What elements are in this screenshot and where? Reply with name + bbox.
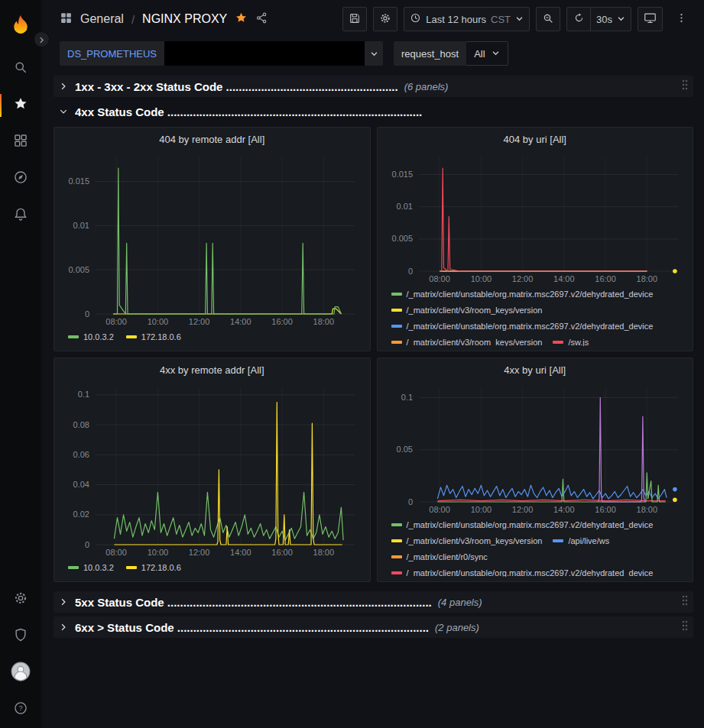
timeseries-chart-4xx-by-remote-addr[interactable]: 00.020.040.060.080.108:0010:0012:0014:00… [60,380,364,558]
sidebar-item-dashboards[interactable] [0,124,41,160]
main-area: General / NGINX PROXY [41,0,704,728]
legend-item[interactable]: /_matrix/client/v3/room_keys/version [391,335,543,346]
svg-text:18:00: 18:00 [313,548,335,557]
row-4xx-status-code[interactable]: 4xx Status Code ........................… [54,101,693,122]
panels-grid: 404 by remote addr [All] 00.0050.010.015… [54,127,693,582]
cycle-view-mode-button[interactable] [637,7,663,31]
legend-item[interactable]: /_matrix/client/unstable/org.matrix.msc2… [391,286,654,302]
refresh-button[interactable] [566,7,591,31]
save-dashboard-button[interactable] [342,7,367,31]
timeseries-chart-404-by-remote-addr[interactable]: 00.0050.010.01508:0010:0012:0014:0016:00… [60,149,364,328]
apps-grid-icon [60,11,73,28]
legend-item[interactable]: 172.18.0.6 [126,560,181,575]
svg-text:16:00: 16:00 [595,274,616,283]
sidebar: ? [0,0,41,728]
legend-label: 172.18.0.6 [141,332,181,341]
legend-item[interactable]: 10.0.3.2 [68,329,114,345]
legend-swatch [391,523,402,526]
sidebar-item-profile[interactable] [0,655,41,691]
timeseries-chart-404-by-uri[interactable]: 00.0050.010.01508:0010:0012:0014:0016:00… [384,149,687,285]
chevron-down-icon[interactable] [365,41,383,66]
legend-item[interactable]: /_matrix/client/v3/room_keys/version [391,303,543,318]
legend-label: /_matrix/client/v3/room_keys/version [407,306,543,315]
legend-item[interactable]: /sw.js [553,335,589,346]
sidebar-item-alerting[interactable] [0,197,41,234]
svg-text:14:00: 14:00 [553,505,575,514]
legend-item[interactable]: 10.0.3.2 [68,560,114,575]
svg-text:18:00: 18:00 [636,274,657,283]
request-host-variable: request_host All [394,41,508,66]
legend-item[interactable]: /_matrix/client/unstable/org.matrix.msc2… [391,517,654,532]
svg-text:12:00: 12:00 [511,274,533,283]
legend-swatch [391,571,402,574]
sidebar-item-search[interactable] [0,50,41,87]
grafana-app: ? General / NGINX PROXY [0,0,704,728]
row-drag-handle-icon[interactable] [681,79,689,94]
legend-swatch [391,539,402,542]
navbar-actions: Last 12 hours CST [342,7,693,31]
timeseries-chart-4xx-by-uri[interactable]: 00.050.108:0010:0012:0014:0016:0018:00 [384,380,687,516]
breadcrumb-separator: / [131,13,135,26]
legend-item[interactable]: /_matrix/client/unstable/org.matrix.msc2… [391,319,654,334]
chevron-right-icon [58,83,69,90]
panel-title[interactable]: 404 by uri [All] [384,131,687,149]
dashboard-settings-button[interactable] [373,7,397,31]
sidebar-item-help[interactable]: ? [0,691,41,728]
dashboard-title[interactable]: NGINX PROXY [142,12,227,26]
breadcrumb: General / NGINX PROXY [60,11,268,28]
request-host-variable-value[interactable]: All [466,41,508,66]
panel-404-by-uri: 404 by uri [All] 00.0050.010.01508:0010:… [377,127,694,351]
user-avatar [11,662,31,684]
chart-legend: 10.0.3.2172.18.0.6 [60,328,364,346]
sidebar-item-starred[interactable] [0,87,41,124]
row-1xx-3xx-2xx-status-code[interactable]: 1xx - 3xx - 2xx Status Code ............… [54,76,693,97]
monitor-icon [644,11,657,27]
gear-icon [13,590,28,609]
row-6xx-status-code[interactable]: 6xx > Status Code ......................… [54,616,693,638]
svg-text:0: 0 [85,540,89,549]
breadcrumb-folder[interactable]: General [80,12,124,26]
legend-label: /sw.js [568,338,589,346]
svg-text:0.01: 0.01 [73,221,89,230]
svg-text:12:00: 12:00 [189,548,210,557]
datasource-variable-value[interactable] [164,41,365,66]
chevron-right-icon [58,598,69,606]
share-icon[interactable] [255,11,268,28]
legend-item[interactable]: /api/live/ws [553,533,609,548]
panel-title[interactable]: 404 by remote addr [All] [60,131,364,149]
legend-item[interactable]: /_matrix/client/v3/room_keys/version [391,533,543,548]
row-drag-handle-icon[interactable] [681,594,689,610]
zoom-out-button[interactable] [536,7,560,31]
svg-text:10:00: 10:00 [470,274,492,283]
row-drag-handle-icon[interactable] [681,620,689,635]
kebab-menu-button[interactable] [669,7,693,31]
sidebar-item-explore[interactable] [0,160,41,197]
legend-item[interactable]: /_matrix/client/r0/sync [391,549,488,565]
sidebar-expand-button[interactable] [34,31,50,47]
svg-text:0.015: 0.015 [68,176,89,186]
panel-title[interactable]: 4xx by remote addr [All] [60,361,364,380]
legend-swatch [391,309,402,312]
svg-text:0.1: 0.1 [401,393,412,402]
legend-swatch [391,555,402,558]
favorite-star-icon[interactable] [235,11,248,28]
grafana-logo[interactable] [10,6,31,43]
legend-item[interactable]: 172.18.0.6 [126,329,181,345]
dashboard-navbar: General / NGINX PROXY [41,0,704,38]
svg-text:0.01: 0.01 [396,202,412,211]
legend-swatch [126,566,137,569]
sidebar-item-server-admin[interactable] [0,618,41,655]
legend-item[interactable]: /_matrix/client/unstable/org.matrix.msc2… [391,565,654,577]
time-range-picker[interactable]: Last 12 hours CST [404,7,530,31]
help-icon: ? [13,700,28,719]
row-5xx-status-code[interactable]: 5xx Status Code ........................… [54,591,693,613]
refresh-interval-dropdown[interactable]: 30s [590,7,631,31]
chart-legend: /_matrix/client/unstable/org.matrix.msc2… [384,285,687,346]
svg-text:0.015: 0.015 [391,170,413,179]
timezone-label: CST [491,14,511,25]
legend-swatch [391,341,402,344]
legend-label: 10.0.3.2 [83,332,114,341]
sidebar-item-configuration[interactable] [0,581,41,618]
chart-canvas: 00.0050.010.01508:0010:0012:0014:0016:00… [60,149,364,328]
panel-title[interactable]: 4xx by uri [All] [384,361,687,380]
